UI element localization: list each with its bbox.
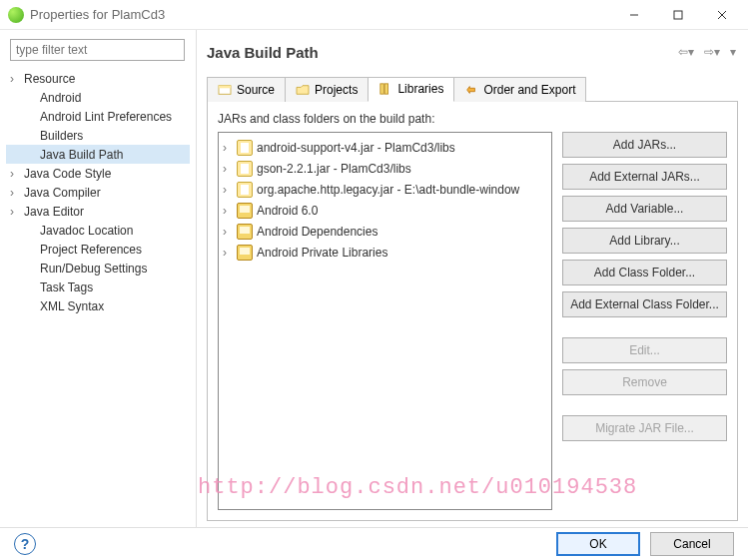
edit-button[interactable]: Edit... xyxy=(562,337,727,363)
add-external-jars-button[interactable]: Add External JARs... xyxy=(562,164,727,190)
tree-item-label: Javadoc Location xyxy=(40,224,133,238)
tab-libraries[interactable]: Libraries xyxy=(368,77,454,102)
jar-item-label: org.apache.http.legacy.jar - E:\adt-bund… xyxy=(257,183,519,197)
lib-icon xyxy=(237,245,253,261)
caret-icon: › xyxy=(223,225,237,239)
category-tree-pane: ›ResourceAndroidAndroid Lint Preferences… xyxy=(0,30,197,527)
content-heading: JARs and class folders on the build path… xyxy=(218,112,727,126)
dialog-footer: ? OK Cancel xyxy=(0,527,748,560)
menu-icon[interactable]: ▾ xyxy=(728,45,738,59)
tree-item-label: Resource xyxy=(24,72,75,86)
tree-item-label: Run/Debug Settings xyxy=(40,262,147,276)
add-library-button[interactable]: Add Library... xyxy=(562,228,727,254)
tree-item-label: Builders xyxy=(40,129,83,143)
tree-item-label: Java Editor xyxy=(24,205,84,219)
tree-item[interactable]: ›Resource xyxy=(6,69,190,88)
caret-icon: › xyxy=(10,72,24,86)
titlebar: Properties for PlamCd3 xyxy=(0,0,748,30)
tree-item[interactable]: XML Syntax xyxy=(6,296,190,315)
tree-item-label: Java Compiler xyxy=(24,186,101,200)
svg-rect-5 xyxy=(219,85,231,88)
add-external-class-folder-button[interactable]: Add External Class Folder... xyxy=(562,291,727,317)
cancel-button[interactable]: Cancel xyxy=(650,532,734,556)
lib-icon xyxy=(237,224,253,240)
tree-item[interactable]: ›Java Compiler xyxy=(6,183,190,202)
add-jars-button[interactable]: Add JARs... xyxy=(562,132,727,158)
tree-item-label: Android Lint Preferences xyxy=(40,110,172,124)
jar-item[interactable]: ›android-support-v4.jar - PlamCd3/libs xyxy=(221,137,549,158)
tree-item[interactable]: Task Tags xyxy=(6,278,190,296)
tree-item-label: Java Code Style xyxy=(24,167,111,181)
page-title: Java Build Path xyxy=(207,44,676,61)
tab-source[interactable]: Source xyxy=(207,77,286,102)
category-tree[interactable]: ›ResourceAndroidAndroid Lint Preferences… xyxy=(6,69,190,519)
tree-item[interactable]: Android Lint Preferences xyxy=(6,107,190,126)
tab-order-and-export[interactable]: Order and Export xyxy=(453,77,586,102)
svg-rect-6 xyxy=(380,84,383,94)
caret-icon: › xyxy=(223,204,237,218)
remove-button[interactable]: Remove xyxy=(562,369,727,395)
jar-item-label: android-support-v4.jar - PlamCd3/libs xyxy=(257,141,455,155)
tab-icon xyxy=(378,83,392,95)
svg-rect-7 xyxy=(385,84,388,94)
help-icon[interactable]: ? xyxy=(14,533,36,555)
forward-icon[interactable]: ⇨▾ xyxy=(702,45,722,59)
back-icon[interactable]: ⇦▾ xyxy=(676,45,696,59)
tree-item-label: Task Tags xyxy=(40,280,93,294)
tab-label: Source xyxy=(237,83,275,97)
tab-content: JARs and class folders on the build path… xyxy=(207,102,738,521)
tree-item[interactable]: Javadoc Location xyxy=(6,221,190,240)
tab-label: Libraries xyxy=(397,82,443,96)
tab-icon xyxy=(464,84,478,96)
add-variable-button[interactable]: Add Variable... xyxy=(562,196,727,222)
jar-item-label: Android Dependencies xyxy=(257,225,377,239)
jar-item[interactable]: ›org.apache.http.legacy.jar - E:\adt-bun… xyxy=(221,179,549,200)
tree-item[interactable]: ›Java Code Style xyxy=(6,164,190,183)
jar-item[interactable]: ›gson-2.2.1.jar - PlamCd3/libs xyxy=(221,158,549,179)
jar-item-label: Android Private Libraries xyxy=(257,246,387,260)
tab-icon xyxy=(296,84,310,96)
caret-icon: › xyxy=(10,167,24,181)
caret-icon: › xyxy=(10,205,24,219)
lib-icon xyxy=(237,203,253,219)
caret-icon: › xyxy=(223,246,237,260)
add-class-folder-button[interactable]: Add Class Folder... xyxy=(562,260,727,285)
jar-item[interactable]: ›Android 6.0 xyxy=(221,200,549,221)
maximize-button[interactable] xyxy=(656,1,700,29)
tree-item[interactable]: Project References xyxy=(6,240,190,259)
app-icon xyxy=(8,7,24,23)
jar-icon xyxy=(237,140,253,156)
tab-label: Projects xyxy=(315,83,358,97)
tree-item[interactable]: Run/Debug Settings xyxy=(6,259,190,278)
settings-pane: Java Build Path ⇦▾ ⇨▾ ▾ SourceProjectsLi… xyxy=(197,30,748,527)
minimize-button[interactable] xyxy=(612,1,656,29)
tree-item-label: Android xyxy=(40,91,81,105)
ok-button[interactable]: OK xyxy=(556,532,640,556)
filter-input[interactable] xyxy=(10,39,185,61)
close-button[interactable] xyxy=(700,1,744,29)
nav-arrows: ⇦▾ ⇨▾ ▾ xyxy=(676,45,738,59)
jar-icon xyxy=(237,161,253,177)
tab-projects[interactable]: Projects xyxy=(285,77,369,102)
jar-list[interactable]: ›android-support-v4.jar - PlamCd3/libs›g… xyxy=(218,132,552,510)
tree-item[interactable]: Android xyxy=(6,88,190,107)
migrate-jar-button[interactable]: Migrate JAR File... xyxy=(562,415,727,441)
jar-item-label: gson-2.2.1.jar - PlamCd3/libs xyxy=(257,162,411,176)
tree-item[interactable]: Java Build Path xyxy=(6,145,190,164)
svg-rect-1 xyxy=(674,11,682,19)
jar-item-label: Android 6.0 xyxy=(257,204,318,218)
tree-item[interactable]: ›Java Editor xyxy=(6,202,190,221)
window-title: Properties for PlamCd3 xyxy=(30,7,612,22)
jar-item[interactable]: ›Android Private Libraries xyxy=(221,242,549,263)
jar-item[interactable]: ›Android Dependencies xyxy=(221,221,549,242)
tree-item-label: Project References xyxy=(40,243,142,257)
jar-icon xyxy=(237,182,253,198)
tab-icon xyxy=(218,84,232,96)
tree-item-label: XML Syntax xyxy=(40,299,104,313)
tab-label: Order and Export xyxy=(483,83,575,97)
tree-item[interactable]: Builders xyxy=(6,126,190,145)
tree-item-label: Java Build Path xyxy=(40,148,123,162)
caret-icon: › xyxy=(223,141,237,155)
caret-icon: › xyxy=(223,183,237,197)
button-column: Add JARs... Add External JARs... Add Var… xyxy=(562,132,727,510)
